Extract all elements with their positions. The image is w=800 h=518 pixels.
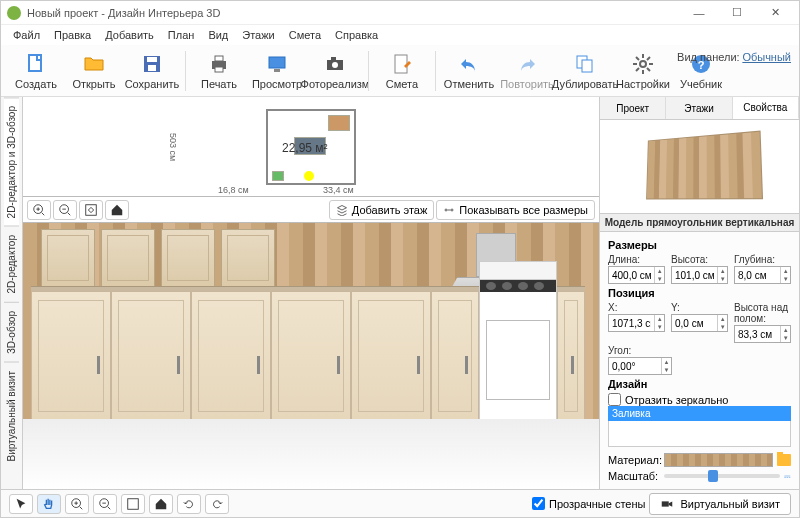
view-mode-link[interactable]: Обычный [742, 51, 791, 63]
preview-button[interactable]: Просмотр [248, 47, 306, 95]
dimensions-icon [443, 204, 455, 216]
zoom-in-3d-button[interactable] [65, 494, 89, 514]
save-button[interactable]: Сохранить [123, 47, 181, 95]
app-icon [7, 6, 21, 20]
dim-left: 503 см [168, 133, 178, 161]
material-preview [664, 453, 773, 467]
3d-view[interactable] [23, 223, 599, 489]
floor [23, 419, 599, 489]
y-input[interactable]: ▲▼ [671, 314, 728, 332]
maximize-button[interactable]: ☐ [719, 3, 755, 23]
svg-rect-3 [148, 65, 156, 71]
virtual-visit-button[interactable]: Виртуальный визит [649, 493, 791, 515]
settings-button[interactable]: Настройки [614, 47, 672, 95]
mirror-checkbox[interactable]: Отразить зеркально [608, 393, 791, 406]
menubar: Файл Правка Добавить План Вид Этажи Смет… [1, 25, 799, 45]
undo-button[interactable]: Отменить [440, 47, 498, 95]
monitor-icon [265, 52, 289, 76]
dim-bot-left: 16,8 см [218, 185, 249, 195]
menu-add[interactable]: Добавить [99, 27, 160, 43]
svg-rect-8 [274, 69, 280, 72]
upper-cabinet [101, 229, 155, 287]
tab-project[interactable]: Проект [600, 97, 666, 119]
stove [479, 261, 557, 421]
svg-rect-20 [86, 204, 97, 215]
menu-floors[interactable]: Этажи [236, 27, 280, 43]
menu-file[interactable]: Файл [7, 27, 46, 43]
menu-help[interactable]: Справка [329, 27, 384, 43]
print-icon [207, 52, 231, 76]
angle-input[interactable]: ▲▼ [608, 357, 672, 375]
view-toolbar: Добавить этаж Показывать все размеры [23, 197, 599, 223]
z-input[interactable]: ▲▼ [734, 325, 791, 343]
vertical-tabs: 2D-редактор и 3D-обзор 2D-редактор 3D-об… [1, 97, 23, 489]
cursor-tool-button[interactable] [9, 494, 33, 514]
svg-rect-0 [29, 55, 41, 71]
svg-rect-6 [215, 67, 223, 72]
minimize-button[interactable]: — [681, 3, 717, 23]
transparent-walls-checkbox[interactable]: Прозрачные стены [532, 497, 645, 510]
menu-estimate[interactable]: Смета [283, 27, 327, 43]
scale-options-icon[interactable]: ⎓ [784, 470, 791, 482]
zoom-fit-button[interactable] [79, 200, 103, 220]
vtab-3d[interactable]: 3D-обзор [4, 302, 19, 362]
svg-point-15 [640, 61, 646, 67]
svg-rect-7 [269, 57, 285, 68]
menu-edit[interactable]: Правка [48, 27, 97, 43]
tab-properties[interactable]: Свойства [733, 97, 799, 119]
svg-rect-5 [215, 56, 223, 61]
home-3d-button[interactable] [149, 494, 173, 514]
x-input[interactable]: ▲▼ [608, 314, 665, 332]
print-button[interactable]: Печать [190, 47, 248, 95]
scale-slider[interactable] [664, 474, 780, 478]
menu-view[interactable]: Вид [202, 27, 234, 43]
zoom-in-button[interactable] [27, 200, 51, 220]
vtab-virtual[interactable]: Виртуальный визит [4, 362, 19, 470]
window-title: Новый проект - Дизайн Интерьера 3D [27, 7, 681, 19]
depth-input[interactable]: ▲▼ [734, 266, 791, 284]
redo-button[interactable]: Повторить [498, 47, 556, 95]
browse-material-button[interactable] [777, 454, 791, 466]
new-file-icon [24, 52, 48, 76]
upper-cabinet [41, 229, 95, 287]
2d-plan-view[interactable]: 503 см 22,95 м² 16,8 см 33,4 см [23, 97, 599, 197]
svg-point-10 [332, 62, 338, 68]
estimate-button[interactable]: Смета [373, 47, 431, 95]
svg-rect-11 [331, 57, 336, 60]
add-floor-button[interactable]: Добавить этаж [329, 200, 434, 220]
menu-plan[interactable]: План [162, 27, 201, 43]
floor-plan[interactable]: 22,95 м² [266, 109, 356, 185]
titlebar: Новый проект - Дизайн Интерьера 3D — ☐ ✕ [1, 1, 799, 25]
home-button[interactable] [105, 200, 129, 220]
redo-icon [515, 52, 539, 76]
fill-listbox[interactable] [608, 421, 791, 447]
open-button[interactable]: Открыть [65, 47, 123, 95]
video-camera-icon [660, 497, 674, 511]
document-edit-icon [390, 52, 414, 76]
properties-panel: Проект Этажи Свойства Модель прямоугольн… [599, 97, 799, 489]
folder-open-icon [82, 52, 106, 76]
pan-tool-button[interactable] [37, 494, 61, 514]
vtab-2d-3d[interactable]: 2D-редактор и 3D-обзор [4, 97, 19, 226]
duplicate-button[interactable]: Дублировать [556, 47, 614, 95]
zoom-fit-3d-button[interactable] [121, 494, 145, 514]
close-button[interactable]: ✕ [757, 3, 793, 23]
fill-option[interactable]: Заливка [608, 406, 791, 421]
zoom-out-button[interactable] [53, 200, 77, 220]
show-dimensions-button[interactable]: Показывать все размеры [436, 200, 595, 220]
create-button[interactable]: Создать [7, 47, 65, 95]
rotate-right-button[interactable] [205, 494, 229, 514]
vtab-2d[interactable]: 2D-редактор [4, 226, 19, 302]
sizes-header: Размеры [608, 239, 791, 251]
status-bar: Прозрачные стены Виртуальный визит [1, 489, 799, 517]
main-viewport: 503 см 22,95 м² 16,8 см 33,4 см Добавить… [23, 97, 599, 489]
height-input[interactable]: ▲▼ [671, 266, 728, 284]
rotate-left-button[interactable] [177, 494, 201, 514]
svg-rect-12 [395, 55, 407, 73]
zoom-out-3d-button[interactable] [93, 494, 117, 514]
save-icon [140, 52, 164, 76]
photorealism-button[interactable]: Фотореализм [306, 47, 364, 95]
tab-floors[interactable]: Этажи [666, 97, 732, 119]
length-input[interactable]: ▲▼ [608, 266, 665, 284]
layers-icon [336, 204, 348, 216]
